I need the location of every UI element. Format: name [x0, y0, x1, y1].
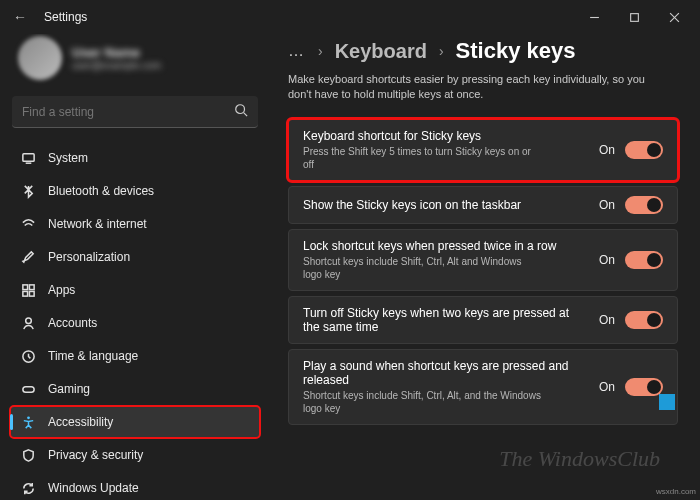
sidebar-item-label: Network & internet: [48, 217, 147, 231]
toggle-switch[interactable]: [625, 311, 663, 329]
sidebar-item-network[interactable]: Network & internet: [10, 208, 260, 240]
display-icon: [20, 150, 36, 166]
svg-rect-14: [22, 386, 33, 392]
close-button[interactable]: [654, 3, 694, 31]
sidebar-item-label: Apps: [48, 283, 75, 297]
person-icon: [20, 315, 36, 331]
search-box[interactable]: [12, 96, 258, 128]
svg-point-4: [236, 105, 245, 114]
breadcrumb-parent[interactable]: Keyboard: [335, 40, 427, 63]
overlay-square: [659, 394, 675, 410]
breadcrumb-ellipsis[interactable]: …: [288, 42, 306, 60]
page-description: Make keyboard shortcuts easier by pressi…: [288, 72, 668, 103]
main-content: … › Keyboard › Sticky keys Make keyboard…: [270, 34, 700, 500]
toggle-state-label: On: [599, 143, 615, 157]
toggle-state-label: On: [599, 198, 615, 212]
chevron-right-icon: ›: [318, 43, 323, 59]
sidebar-item-label: Gaming: [48, 382, 90, 396]
profile-section[interactable]: User Name user@example.com: [10, 34, 260, 92]
setting-turn-off-two-keys[interactable]: Turn off Sticky keys when two keys are p…: [288, 296, 678, 344]
setting-subtitle: Shortcut keys include Shift, Ctrl, Alt, …: [303, 389, 543, 415]
page-title: Sticky keys: [456, 38, 576, 64]
shield-icon: [20, 447, 36, 463]
sidebar-item-system[interactable]: System: [10, 142, 260, 174]
search-icon: [234, 103, 248, 120]
sidebar-item-label: Windows Update: [48, 481, 139, 495]
svg-rect-8: [22, 284, 27, 289]
setting-title: Turn off Sticky keys when two keys are p…: [303, 306, 587, 334]
sidebar-item-personalization[interactable]: Personalization: [10, 241, 260, 273]
setting-lock-keys[interactable]: Lock shortcut keys when pressed twice in…: [288, 229, 678, 291]
sidebar-item-update[interactable]: Windows Update: [10, 472, 260, 500]
minimize-button[interactable]: [574, 3, 614, 31]
toggle-state-label: On: [599, 313, 615, 327]
bluetooth-icon: [20, 183, 36, 199]
setting-keyboard-shortcut[interactable]: Keyboard shortcut for Sticky keys Press …: [288, 119, 678, 181]
setting-title: Play a sound when shortcut keys are pres…: [303, 359, 587, 387]
chevron-right-icon: ›: [439, 43, 444, 59]
toggle-switch[interactable]: [625, 196, 663, 214]
profile-email: user@example.com: [72, 60, 161, 71]
sidebar-item-time[interactable]: Time & language: [10, 340, 260, 372]
profile-name: User Name: [72, 45, 161, 60]
setting-subtitle: Shortcut keys include Shift, Ctrl, Alt a…: [303, 255, 543, 281]
toggle-switch[interactable]: [625, 141, 663, 159]
toggle-state-label: On: [599, 380, 615, 394]
sidebar-item-label: Bluetooth & devices: [48, 184, 154, 198]
toggle-switch[interactable]: [625, 378, 663, 396]
setting-title: Show the Sticky keys icon on the taskbar: [303, 198, 587, 212]
sidebar-item-label: Accounts: [48, 316, 97, 330]
sidebar-item-privacy[interactable]: Privacy & security: [10, 439, 260, 471]
source-mark: wsxdn.com: [656, 487, 696, 496]
sidebar-item-label: Accessibility: [48, 415, 113, 429]
maximize-button[interactable]: [614, 3, 654, 31]
sidebar: User Name user@example.com System Blueto…: [0, 34, 270, 500]
sidebar-item-gaming[interactable]: Gaming: [10, 373, 260, 405]
window-title: Settings: [44, 10, 574, 24]
clock-icon: [20, 348, 36, 364]
toggle-switch[interactable]: [625, 251, 663, 269]
setting-title: Lock shortcut keys when pressed twice in…: [303, 239, 587, 253]
svg-point-12: [25, 317, 31, 323]
accessibility-icon: [20, 414, 36, 430]
svg-rect-6: [22, 153, 33, 161]
sidebar-item-label: Personalization: [48, 250, 130, 264]
sidebar-item-label: Time & language: [48, 349, 138, 363]
sidebar-item-apps[interactable]: Apps: [10, 274, 260, 306]
gamepad-icon: [20, 381, 36, 397]
search-input[interactable]: [22, 105, 234, 119]
sidebar-item-accounts[interactable]: Accounts: [10, 307, 260, 339]
setting-taskbar-icon[interactable]: Show the Sticky keys icon on the taskbar…: [288, 186, 678, 224]
sidebar-item-label: System: [48, 151, 88, 165]
grid-icon: [20, 282, 36, 298]
avatar: [18, 36, 62, 80]
svg-line-5: [244, 113, 248, 117]
svg-rect-9: [29, 284, 34, 289]
brush-icon: [20, 249, 36, 265]
setting-play-sound[interactable]: Play a sound when shortcut keys are pres…: [288, 349, 678, 425]
setting-title: Keyboard shortcut for Sticky keys: [303, 129, 587, 143]
sync-icon: [20, 480, 36, 496]
sidebar-item-accessibility[interactable]: Accessibility: [10, 406, 260, 438]
breadcrumb: … › Keyboard › Sticky keys: [288, 38, 678, 64]
svg-rect-10: [22, 291, 27, 296]
sidebar-item-label: Privacy & security: [48, 448, 143, 462]
wifi-icon: [20, 216, 36, 232]
svg-point-15: [27, 416, 30, 419]
back-button[interactable]: ←: [6, 3, 34, 31]
svg-rect-1: [630, 13, 638, 21]
setting-subtitle: Press the Shift key 5 times to turn Stic…: [303, 145, 543, 171]
svg-rect-11: [29, 291, 34, 296]
sidebar-item-bluetooth[interactable]: Bluetooth & devices: [10, 175, 260, 207]
toggle-state-label: On: [599, 253, 615, 267]
